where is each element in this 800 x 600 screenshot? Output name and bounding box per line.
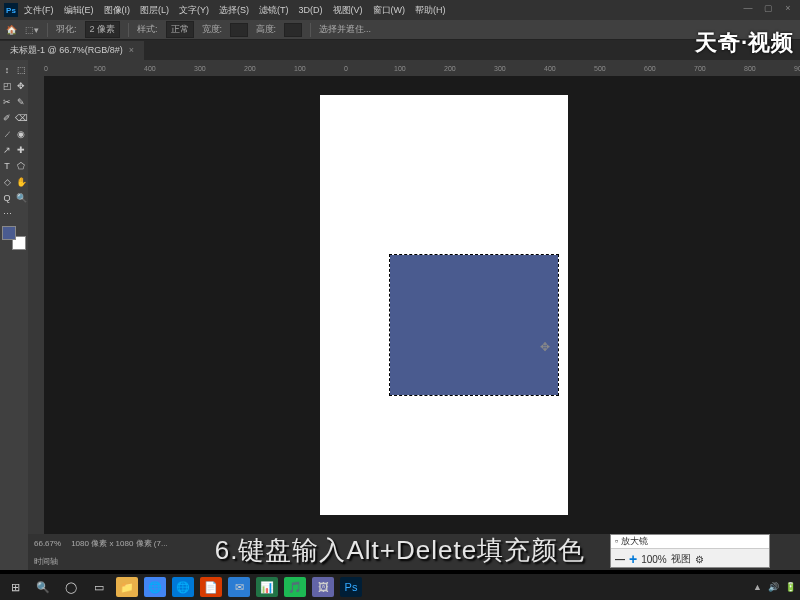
window-maximize[interactable]: ▢ (760, 3, 776, 17)
color-swatches[interactable] (2, 226, 26, 250)
quickmask-tool[interactable]: Q (0, 190, 14, 206)
menu-select[interactable]: 选择(S) (219, 4, 249, 17)
menu-layer[interactable]: 图层(L) (140, 4, 169, 17)
watermark: 天奇·视频 (695, 28, 794, 58)
magnifier-window[interactable]: ▫ 放大镜 — + 100% 视图 ⚙ (610, 534, 770, 568)
magnifier-title[interactable]: ▫ 放大镜 (611, 535, 769, 549)
marquee-tool[interactable]: ⬚ (14, 62, 28, 78)
menu-edit[interactable]: 编辑(E) (64, 4, 94, 17)
document-tab[interactable]: 未标题-1 @ 66.7%(RGB/8#) × (0, 41, 144, 60)
window-close[interactable]: × (780, 3, 796, 17)
hand-tool[interactable]: ✋ (14, 174, 28, 190)
width-label: 宽度: (202, 23, 223, 36)
photos-button[interactable]: 🖼 (312, 577, 334, 597)
music-button[interactable]: 🎵 (284, 577, 306, 597)
home-icon[interactable]: 🏠 (6, 25, 17, 35)
filled-selection: ✥ (390, 255, 558, 395)
ruler-vertical (28, 76, 44, 534)
gear-icon[interactable]: ⚙ (695, 554, 704, 565)
view-mode[interactable]: 视图 (671, 552, 691, 566)
menu-image[interactable]: 图像(I) (104, 4, 131, 17)
cursor-icon: ✥ (540, 340, 550, 354)
zoom-in-button[interactable]: + (629, 551, 637, 567)
height-input[interactable] (284, 23, 302, 37)
menu-file[interactable]: 文件(F) (24, 4, 54, 17)
titlebar: Ps 文件(F) 编辑(E) 图像(I) 图层(L) 文字(Y) 选择(S) 滤… (0, 0, 800, 20)
lasso-tool[interactable]: ✥ (14, 78, 28, 94)
menu-3d[interactable]: 3D(D) (299, 5, 323, 15)
menu-type[interactable]: 文字(Y) (179, 4, 209, 17)
eyedropper-tool[interactable]: ✎ (14, 94, 28, 110)
mail-button[interactable]: ✉ (228, 577, 250, 597)
edge-button[interactable]: 🌐 (172, 577, 194, 597)
zoom-out-button[interactable]: — (615, 554, 625, 565)
crop-tool[interactable]: ✂ (0, 94, 14, 110)
path-tool[interactable]: ◇ (0, 174, 14, 190)
zoom-value: 100% (641, 554, 667, 565)
menu-help[interactable]: 帮助(H) (415, 4, 446, 17)
battery-icon[interactable]: 🔋 (785, 582, 796, 592)
type-tool[interactable]: T (0, 158, 14, 174)
cortana-button[interactable]: ◯ (60, 577, 82, 597)
brush-tool[interactable]: ✐ (0, 110, 14, 126)
feather-input[interactable]: 2 像素 (85, 21, 121, 38)
zoom-tool[interactable]: 🔍 (14, 190, 28, 206)
chrome-button[interactable]: 🌐 (144, 577, 166, 597)
tools-panel: ↕⬚ ◰✥ ✂✎ ✐⌫ ⟋◉ ↗✚ T⬠ ◇✋ Q🔍 ⋯ (0, 60, 28, 570)
feather-label: 羽化: (56, 23, 77, 36)
volume-icon[interactable]: 🔊 (768, 582, 779, 592)
height-label: 高度: (256, 23, 277, 36)
photoshop-button[interactable]: Ps (340, 577, 362, 597)
tab-close-icon[interactable]: × (129, 45, 134, 55)
clone-tool[interactable]: ✚ (14, 142, 28, 158)
ruler-horizontal: 0500400300200100010020030040050060070080… (28, 60, 800, 76)
tray-overflow-icon[interactable]: ▲ (753, 582, 762, 592)
tab-title: 未标题-1 @ 66.7%(RGB/8#) (10, 44, 123, 57)
app-logo: Ps (4, 3, 18, 17)
document-tabs: 未标题-1 @ 66.7%(RGB/8#) × (0, 40, 800, 60)
menu-filter[interactable]: 滤镜(T) (259, 4, 289, 17)
style-select[interactable]: 正常 (166, 21, 194, 38)
canvas-viewport[interactable]: ✥ (44, 76, 800, 534)
artboard-tool[interactable]: ◰ (0, 78, 14, 94)
options-bar: 🏠 ⬚▾ 羽化: 2 像素 样式: 正常 宽度: 高度: 选择并遮住... (0, 20, 800, 40)
start-button[interactable]: ⊞ (4, 577, 26, 597)
search-button[interactable]: 🔍 (32, 577, 54, 597)
edit-toolbar[interactable]: ⋯ (0, 206, 14, 222)
blur-tool[interactable]: ◉ (14, 126, 28, 142)
menu-view[interactable]: 视图(V) (333, 4, 363, 17)
menu-window[interactable]: 窗口(W) (373, 4, 406, 17)
pen-tool[interactable]: ↗ (0, 142, 14, 158)
taskview-button[interactable]: ▭ (88, 577, 110, 597)
excel-button[interactable]: 📊 (256, 577, 278, 597)
window-minimize[interactable]: — (740, 3, 756, 17)
move-tool[interactable]: ↕ (0, 62, 14, 78)
eraser-tool[interactable]: ⌫ (14, 110, 28, 126)
explorer-button[interactable]: 📁 (116, 577, 138, 597)
tool-preset-icon[interactable]: ⬚▾ (25, 25, 39, 35)
select-and-mask-button[interactable]: 选择并遮住... (319, 23, 372, 36)
taskbar: ⊞ 🔍 ◯ ▭ 📁 🌐 🌐 📄 ✉ 📊 🎵 🖼 Ps ▲ 🔊 🔋 (0, 574, 800, 600)
document-canvas[interactable]: ✥ (320, 95, 568, 515)
gradient-tool[interactable]: ⟋ (0, 126, 14, 142)
shape-tool[interactable]: ⬠ (14, 158, 28, 174)
style-label: 样式: (137, 23, 158, 36)
width-input[interactable] (230, 23, 248, 37)
system-tray[interactable]: ▲ 🔊 🔋 (753, 582, 796, 592)
office-button[interactable]: 📄 (200, 577, 222, 597)
foreground-color[interactable] (2, 226, 16, 240)
